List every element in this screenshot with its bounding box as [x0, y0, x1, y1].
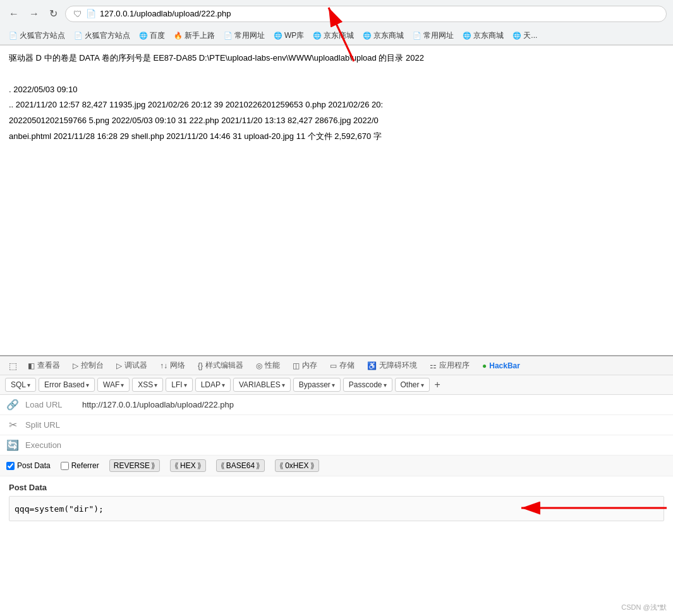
- bookmark-jd1[interactable]: 🌐京东商城: [309, 29, 358, 42]
- network-icon: ↑↓: [160, 361, 167, 370]
- base64-right-arrow-icon: ⟫: [256, 461, 260, 470]
- dir-output-line3: .. 2021/11/20 12:57 82,427 11935.jpg 202…: [9, 99, 664, 112]
- postdata-input[interactable]: [9, 496, 664, 521]
- postdata-section: Post Data: [0, 476, 673, 616]
- hackbar-toolbar: SQL ▾ Error Based ▾ WAF ▾ XSS ▾ LFI ▾ LD…: [0, 375, 673, 395]
- errorbased-dropdown-arrow: ▾: [86, 382, 89, 389]
- bookmark-common2[interactable]: 📄常用网址: [409, 29, 458, 42]
- tab-viewer[interactable]: ◧ 查看器: [21, 356, 66, 375]
- oxhex-button[interactable]: ⟪ 0xHEX ⟫: [275, 459, 318, 472]
- storage-icon: ▭: [330, 361, 337, 370]
- perf-icon: ◎: [256, 361, 262, 370]
- hex-right-arrow-icon: ⟫: [197, 461, 202, 470]
- post-data-checkbox-text: Post Data: [17, 461, 51, 470]
- post-data-checkbox-label[interactable]: Post Data: [6, 461, 51, 470]
- devtools-toolbar: ⬚ ◧ 查看器 ▷ 控制台 ▷ 调试器 ↑↓ 网络 {} 样式编辑器 ◎ 性能 …: [0, 356, 673, 375]
- postdata-title: Post Data: [9, 483, 664, 492]
- tab-hackbar[interactable]: ● HackBar: [476, 358, 526, 374]
- tab-network[interactable]: ↑↓ 网络: [154, 356, 191, 375]
- load-url-input[interactable]: [82, 400, 667, 409]
- watermark: CSDN @浅*默: [621, 603, 667, 612]
- forward-button[interactable]: →: [27, 6, 42, 22]
- dir-output-line5: anbei.phtml 2021/11/28 16:28 29 shell.ph…: [9, 130, 664, 143]
- execution-icon: 🔄: [6, 439, 19, 451]
- reload-button[interactable]: ↻: [47, 5, 60, 22]
- devtools-panel: ⬚ ◧ 查看器 ▷ 控制台 ▷ 调试器 ↑↓ 网络 {} 样式编辑器 ◎ 性能 …: [0, 355, 673, 616]
- base64-left-arrow-icon: ⟪: [221, 461, 225, 470]
- post-data-checkbox[interactable]: [6, 462, 15, 470]
- waf-dropdown-arrow: ▾: [121, 382, 124, 389]
- bookmark-wp[interactable]: 🌐WP库: [270, 29, 308, 42]
- bookmark-baidu[interactable]: 🌐百度: [135, 29, 169, 42]
- hackbar-main: 🔗 Load URL ✂ Split URL 🔄 Execution Post …: [0, 395, 673, 616]
- load-url-icon: 🔗: [6, 399, 19, 411]
- execution-label: Execution: [25, 440, 76, 450]
- console-icon: ▷: [73, 361, 78, 370]
- referrer-checkbox-label[interactable]: Referrer: [61, 461, 99, 470]
- bookmark-newbie[interactable]: 🔥新手上路: [170, 29, 219, 42]
- bookmark-jd2[interactable]: 🌐京东商城: [359, 29, 408, 42]
- hex-left-arrow-icon: ⟪: [174, 461, 179, 470]
- hackbar-errorbased-button[interactable]: Error Based ▾: [39, 378, 95, 392]
- dir-output-line4: 20220501202159766 5.png 2022/05/03 09:10…: [9, 114, 664, 128]
- page-icon: 📄: [86, 9, 96, 18]
- browser-nav: ← → ↻ 🛡 📄: [0, 0, 673, 27]
- style-icon: {}: [198, 361, 203, 370]
- hackbar-ldap-button[interactable]: LDAP ▾: [195, 378, 231, 392]
- dir-output-blank: [9, 68, 664, 81]
- devtools-picker-icon[interactable]: ⬚: [4, 357, 21, 375]
- page-content: 驱动器 D 中的卷是 DATA 卷的序列号是 EE87-DA85 D:\PTE\…: [0, 45, 673, 355]
- variables-dropdown-arrow: ▾: [282, 382, 285, 389]
- execution-row: 🔄 Execution: [0, 435, 673, 456]
- tab-accessibility[interactable]: ♿ 无障碍环境: [361, 356, 423, 375]
- 0xhex-right-arrow-icon: ⟫: [310, 461, 315, 470]
- referrer-checkbox[interactable]: [61, 462, 69, 470]
- hex-button[interactable]: ⟪ HEX ⟫: [170, 459, 206, 472]
- tab-storage[interactable]: ▭ 存储: [324, 356, 361, 375]
- bypasser-dropdown-arrow: ▾: [332, 382, 335, 389]
- other-dropdown-arrow: ▾: [421, 382, 424, 389]
- tab-memory[interactable]: ◫ 内存: [286, 356, 324, 375]
- referrer-checkbox-text: Referrer: [71, 461, 99, 470]
- address-bar[interactable]: [100, 9, 658, 18]
- dir-output-line1: 驱动器 D 中的卷是 DATA 卷的序列号是 EE87-DA85 D:\PTE\…: [9, 52, 664, 65]
- hackbar-variables-button[interactable]: VARIABLES ▾: [233, 378, 291, 392]
- split-url-label: Split URL: [25, 420, 76, 430]
- bookmark-huhu1[interactable]: 📄火狐官方站点: [5, 29, 69, 42]
- split-url-icon: ✂: [6, 419, 19, 431]
- bookmark-jd3[interactable]: 🌐京东商城: [459, 29, 507, 42]
- hackbar-xss-button[interactable]: XSS ▾: [132, 378, 163, 392]
- hackbar-encode-row: Post Data Referrer REVERSE ⟫ ⟪ HEX ⟫ ⟪ B…: [0, 456, 673, 476]
- lfi-dropdown-arrow: ▾: [184, 382, 187, 389]
- hackbar-other-button[interactable]: Other ▾: [395, 378, 430, 392]
- dir-output-line2: . 2022/05/03 09:10: [9, 83, 664, 97]
- hackbar-lfi-button[interactable]: LFI ▾: [166, 378, 192, 392]
- tab-debugger[interactable]: ▷ 调试器: [110, 356, 154, 375]
- bookmark-common1[interactable]: 📄常用网址: [220, 29, 269, 42]
- hackbar-waf-button[interactable]: WAF ▾: [97, 378, 130, 392]
- memory-icon: ◫: [293, 361, 300, 370]
- tab-style-editor[interactable]: {} 样式编辑器: [191, 356, 250, 375]
- tab-performance[interactable]: ◎ 性能: [250, 356, 286, 375]
- sql-dropdown-arrow: ▾: [27, 382, 30, 389]
- hackbar-sql-button[interactable]: SQL ▾: [5, 378, 36, 392]
- tab-console[interactable]: ▷ 控制台: [66, 356, 110, 375]
- split-url-row: ✂ Split URL: [0, 415, 673, 435]
- shield-icon: 🛡: [73, 9, 82, 19]
- ldap-dropdown-arrow: ▾: [222, 382, 225, 389]
- bookmark-tian[interactable]: 🌐天...: [509, 29, 541, 42]
- reverse-arrows-icon: ⟫: [151, 461, 155, 470]
- bookmark-huhu2[interactable]: 📄火狐官方站点: [70, 29, 134, 42]
- hackbar-add-button[interactable]: +: [435, 379, 440, 390]
- hackbar-passcode-button[interactable]: Passcode ▾: [343, 378, 392, 392]
- hackbar-bypasser-button[interactable]: Bypasser ▾: [293, 378, 341, 392]
- accessibility-icon: ♿: [367, 361, 377, 370]
- load-url-row: 🔗 Load URL: [0, 395, 673, 415]
- base64-button[interactable]: ⟪ BASE64 ⟫: [216, 459, 265, 472]
- tab-application[interactable]: ⚏ 应用程序: [423, 356, 476, 375]
- hackbar-dot-icon: ●: [482, 361, 487, 370]
- back-button[interactable]: ←: [6, 6, 21, 22]
- browser-chrome: ← → ↻ 🛡 📄 📄火狐官方站点 📄火狐官方站点 🌐百度 🔥新手上路 📄常用网…: [0, 0, 673, 45]
- reverse-button[interactable]: REVERSE ⟫: [109, 459, 160, 472]
- split-url-input[interactable]: [82, 420, 667, 430]
